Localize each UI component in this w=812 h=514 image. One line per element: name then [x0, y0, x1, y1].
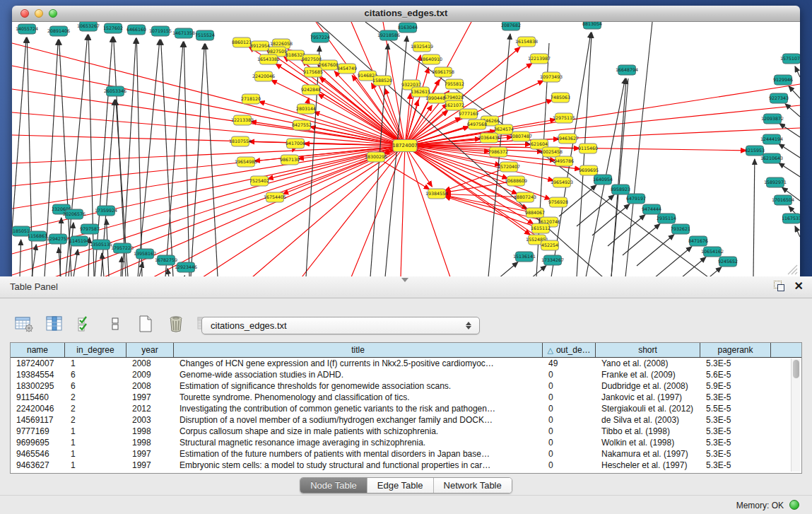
cell-name[interactable]: 9777169	[11, 426, 65, 436]
cell-name[interactable]: 22420046	[11, 404, 65, 414]
cell-in_degree[interactable]: 1	[65, 449, 126, 459]
cell-out_de[interactable]: 0	[543, 404, 596, 414]
column-header-year[interactable]: year	[126, 343, 174, 357]
close-icon[interactable]: ✕	[794, 281, 804, 291]
table-header-row[interactable]: namein_degreeyeartitle△out_de…shortpager…	[11, 343, 801, 358]
cell-out_de[interactable]: 0	[543, 449, 596, 459]
cell-short[interactable]: de Silva et al. (2003)	[596, 415, 700, 425]
cell-short[interactable]: Hescheler et al. (1997)	[596, 460, 700, 470]
cell-year[interactable]: 1998	[126, 438, 174, 448]
cell-year[interactable]: 1998	[126, 426, 174, 436]
cell-year[interactable]: 1997	[126, 392, 174, 402]
cell-in_degree[interactable]: 6	[65, 381, 126, 391]
cell-out_de[interactable]: 0	[543, 438, 596, 448]
cell-year[interactable]: 1997	[126, 449, 174, 459]
column-header-in_degree[interactable]: in_degree	[65, 343, 126, 357]
select-all-icon[interactable]	[75, 314, 95, 334]
table-panel-titlebar[interactable]: Table Panel ✕	[0, 276, 812, 298]
column-header-short[interactable]: short	[596, 343, 700, 357]
cell-out_de[interactable]: 0	[543, 370, 596, 380]
cell-pagerank[interactable]: 5.3E-5	[700, 358, 771, 368]
cell-short[interactable]: Dudbridge et al. (2008)	[596, 381, 700, 391]
cell-in_degree[interactable]: 1	[65, 460, 126, 470]
cell-title[interactable]: Embryonic stem cells: a model to study s…	[174, 460, 543, 470]
cell-in_degree[interactable]: 2	[65, 415, 126, 425]
table-body[interactable]: 1872400712008Changes of HCN gene express…	[11, 358, 801, 471]
trash-icon[interactable]	[166, 314, 186, 334]
cell-out_de[interactable]: 0	[543, 460, 596, 470]
column-header-pagerank[interactable]: pagerank	[700, 343, 771, 357]
cell-title[interactable]: Disruption of a novel member of a sodium…	[174, 415, 543, 425]
table-row[interactable]: 911546021997Tourette syndrome. Phenomeno…	[11, 392, 801, 403]
tab-node-table[interactable]: Node Table	[300, 478, 367, 493]
table-row[interactable]: 946554611997Estimation of the future num…	[11, 448, 801, 460]
cell-pagerank[interactable]: 5.9E-5	[700, 381, 771, 391]
tab-network-table[interactable]: Network Table	[434, 478, 512, 493]
cell-out_de[interactable]: 49	[543, 358, 596, 368]
cell-short[interactable]: Wolkin et al. (1998)	[596, 438, 700, 448]
cell-pagerank[interactable]: 5.3E-5	[700, 426, 771, 436]
cell-pagerank[interactable]: 5.3E-5	[700, 449, 771, 459]
cell-out_de[interactable]: 0	[543, 392, 596, 402]
column-header-name[interactable]: name	[11, 343, 65, 357]
table-row[interactable]: 2242004622012Investigating the contribut…	[11, 403, 801, 414]
table-row[interactable]: 977716911998Corpus callosum shape and si…	[11, 426, 801, 437]
node-table[interactable]: namein_degreeyeartitle△out_de…shortpager…	[10, 342, 802, 474]
cell-pagerank[interactable]: 5.6E-5	[700, 370, 771, 380]
cell-pagerank[interactable]: 5.3E-5	[700, 392, 771, 402]
float-window-icon[interactable]	[774, 281, 784, 291]
network-graph-canvas[interactable]: 1872400718300295886012389129541822605898…	[12, 22, 800, 277]
cell-name[interactable]: 9115460	[11, 392, 65, 402]
cell-year[interactable]: 2012	[126, 404, 174, 414]
cell-in_degree[interactable]: 1	[65, 438, 126, 448]
column-visibility-icon[interactable]	[45, 314, 64, 334]
cell-year[interactable]: 2008	[126, 381, 174, 391]
rows-icon[interactable]	[105, 314, 125, 334]
table-row[interactable]: 946362711997Embryonic stem cells: a mode…	[11, 460, 801, 471]
cell-title[interactable]: Tourette syndrome. Phenomenology and cla…	[174, 392, 543, 402]
network-window[interactable]: citations_edges.txt 18724007183002958860…	[12, 6, 800, 276]
cell-name[interactable]: 9463627	[11, 460, 65, 470]
table-row[interactable]: 1830029562008Estimation of significance …	[11, 380, 801, 392]
cell-in_degree[interactable]: 2	[65, 392, 126, 402]
vertical-scrollbar[interactable]	[791, 358, 801, 472]
cell-short[interactable]: Stergiakouli et al. (2012)	[596, 404, 700, 414]
cell-year[interactable]: 2003	[126, 415, 174, 425]
cell-title[interactable]: Structural magnetic resonance image aver…	[174, 438, 543, 448]
cell-year[interactable]: 1997	[126, 460, 174, 470]
table-select-dropdown[interactable]: citations_edges.txt	[201, 317, 480, 334]
cell-name[interactable]: 18724007	[11, 358, 65, 368]
cell-name[interactable]: 18300295	[11, 381, 65, 391]
resize-grip-icon[interactable]	[785, 262, 798, 275]
cell-short[interactable]: Tibbo et al. (1998)	[596, 426, 700, 436]
scrollbar-thumb[interactable]	[793, 360, 799, 378]
cell-name[interactable]: 9699695	[11, 438, 65, 448]
cell-year[interactable]: 2008	[126, 358, 174, 368]
cell-pagerank[interactable]: 5.3E-5	[700, 438, 771, 448]
citation-network-graph[interactable]: 1872400718300295886012389129541822605898…	[12, 22, 800, 277]
cell-in_degree[interactable]: 2	[65, 404, 126, 414]
cell-title[interactable]: Genome-wide association studies in ADHD.	[174, 370, 543, 380]
column-header-title[interactable]: title	[174, 343, 543, 357]
cell-out_de[interactable]: 0	[543, 415, 596, 425]
cell-name[interactable]: 9465546	[11, 449, 65, 459]
splitter-handle[interactable]	[401, 278, 408, 282]
table-settings-icon[interactable]	[14, 314, 34, 334]
cell-in_degree[interactable]: 6	[65, 370, 126, 380]
cell-short[interactable]: Franke et al. (2009)	[596, 370, 700, 380]
cell-pagerank[interactable]: 5.3E-5	[700, 415, 771, 425]
cell-title[interactable]: Estimation of the future numbers of pati…	[174, 449, 543, 459]
cell-name[interactable]: 19384554	[11, 370, 65, 380]
cell-short[interactable]: Yano et al. (2008)	[596, 358, 700, 368]
cell-title[interactable]: Changes of HCN gene expression and I(f) …	[174, 358, 543, 368]
cell-in_degree[interactable]: 1	[65, 426, 126, 436]
cell-pagerank[interactable]: 5.3E-5	[700, 460, 771, 470]
table-row[interactable]: 969969511998Structural magnetic resonanc…	[11, 437, 801, 448]
network-window-titlebar[interactable]: citations_edges.txt	[12, 6, 800, 22]
table-row[interactable]: 1938455462009Genome-wide association stu…	[11, 369, 801, 380]
cell-title[interactable]: Corpus callosum shape and size in male p…	[174, 426, 543, 436]
cell-short[interactable]: Jankovic et al. (1997)	[596, 392, 700, 402]
tab-edge-table[interactable]: Edge Table	[367, 478, 434, 493]
cell-name[interactable]: 14569117	[11, 415, 65, 425]
memory-ok-icon[interactable]	[789, 500, 799, 510]
